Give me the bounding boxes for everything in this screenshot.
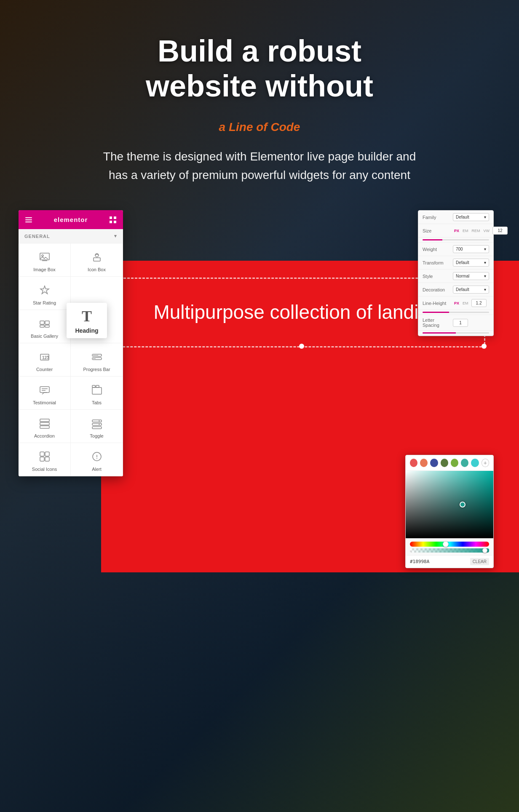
alert-icon xyxy=(89,449,104,464)
font-transform-select[interactable]: Default ▾ xyxy=(453,259,489,267)
swatch-navy[interactable] xyxy=(430,459,438,467)
font-transform-control[interactable]: Default ▾ xyxy=(453,259,489,267)
font-size-input[interactable]: 12 xyxy=(492,227,508,235)
widget-accordion[interactable]: Accordion xyxy=(19,410,71,443)
svg-rect-37 xyxy=(40,426,49,428)
hue-slider[interactable] xyxy=(410,542,489,547)
social-icons-icon xyxy=(37,449,52,464)
font-style-select[interactable]: Normal ▾ xyxy=(453,272,489,280)
widget-image-box[interactable]: Image Box xyxy=(19,243,71,277)
counter-icon: 123 xyxy=(37,349,52,364)
widget-icon-box-label: Icon Box xyxy=(88,267,106,272)
svg-rect-6 xyxy=(114,221,116,223)
svg-point-9 xyxy=(95,254,99,257)
svg-rect-13 xyxy=(45,321,49,324)
font-weight-label: Weight xyxy=(423,247,451,252)
widget-testimonial-label: Testimonial xyxy=(33,400,56,405)
unit-px[interactable]: PX xyxy=(453,228,460,233)
font-letterspacing-label: Letter Spacing xyxy=(423,318,451,328)
widget-toggle[interactable]: Toggle xyxy=(71,410,123,443)
font-letterspacing-slider-row[interactable] xyxy=(418,331,493,336)
font-size-slider[interactable] xyxy=(423,239,489,240)
unit-em-lh[interactable]: EM xyxy=(461,301,470,306)
image-box-icon xyxy=(37,249,52,264)
color-swatches: + xyxy=(406,455,493,471)
svg-point-49 xyxy=(96,458,97,459)
font-transform-row: Transform Default ▾ xyxy=(418,256,493,270)
letterspacing-slider[interactable] xyxy=(423,332,489,334)
panel-section-general[interactable]: GENERAL ▾ xyxy=(19,229,123,243)
widget-star-rating[interactable]: Star Rating xyxy=(19,277,71,310)
swatch-red[interactable] xyxy=(410,459,417,467)
hex-input[interactable]: #18998A xyxy=(410,559,468,564)
widget-social-icons-label: Social Icons xyxy=(32,467,57,472)
lineheight-units[interactable]: PX EM xyxy=(453,301,470,306)
font-size-slider-row[interactable] xyxy=(418,238,493,243)
swatch-orange[interactable] xyxy=(420,459,428,467)
heading-widget-popup[interactable]: T Heading xyxy=(67,303,107,338)
heading-widget-label: Heading xyxy=(75,327,98,334)
color-footer: #18998A CLEAR xyxy=(406,555,493,568)
alpha-slider[interactable] xyxy=(410,548,489,553)
svg-rect-3 xyxy=(110,216,112,219)
font-family-control[interactable]: Default ▾ xyxy=(453,213,489,221)
widget-alert-label: Alert xyxy=(92,467,102,472)
font-decoration-label: Decoration xyxy=(423,287,451,292)
unit-rem[interactable]: REM xyxy=(471,228,482,233)
unit-vw[interactable]: VW xyxy=(482,228,491,233)
font-weight-control[interactable]: 700 ▾ xyxy=(453,245,489,253)
svg-rect-0 xyxy=(25,217,32,218)
font-family-select[interactable]: Default ▾ xyxy=(453,213,489,221)
handle-bottom-middle[interactable] xyxy=(299,344,304,349)
widget-tabs[interactable]: Tabs xyxy=(71,377,123,410)
color-gradient-picker[interactable] xyxy=(406,471,493,538)
font-weight-select[interactable]: 700 ▾ xyxy=(453,245,489,253)
font-size-control: PX EM REM VW 12 xyxy=(453,227,508,235)
swatch-teal[interactable] xyxy=(461,459,468,467)
widget-testimonial[interactable]: Testimonial xyxy=(19,377,71,410)
unit-px-lh[interactable]: PX xyxy=(453,301,460,306)
add-swatch-button[interactable]: + xyxy=(482,459,489,467)
panel-grid-icon[interactable] xyxy=(110,216,116,223)
widget-toggle-label: Toggle xyxy=(90,433,103,438)
swatch-green[interactable] xyxy=(451,459,458,467)
font-family-row: Family Default ▾ xyxy=(418,211,493,224)
chevron-down-icon: ▾ xyxy=(484,247,486,251)
svg-rect-5 xyxy=(110,221,112,223)
hue-slider-thumb[interactable] xyxy=(443,541,449,547)
chevron-down-icon: ▾ xyxy=(484,287,486,292)
widget-icon-box[interactable]: Icon Box xyxy=(71,243,123,277)
handle-bottom-right[interactable] xyxy=(482,344,487,349)
page-content: Build a robust website without a Line of… xyxy=(0,0,519,572)
widget-progress-bar-label: Progress Bar xyxy=(83,367,110,372)
widget-progress-bar[interactable]: Progress Bar xyxy=(71,343,123,377)
font-lineheight-slider-row[interactable] xyxy=(418,310,493,315)
unit-em[interactable]: EM xyxy=(461,228,470,233)
font-lineheight-row: Line-Height PX EM 1.2 xyxy=(418,296,493,310)
lineheight-slider[interactable] xyxy=(423,312,489,313)
tabs-icon xyxy=(89,382,104,398)
panel-menu-icon[interactable] xyxy=(25,216,32,223)
font-style-control[interactable]: Normal ▾ xyxy=(453,272,489,280)
hero-description: The theme is designed with Elementor liv… xyxy=(95,147,424,185)
heading-T-icon: T xyxy=(82,309,92,324)
chevron-down-icon: ▾ xyxy=(484,260,486,265)
widget-basic-gallery[interactable]: Basic Gallery xyxy=(19,310,71,343)
panel-header: elementor xyxy=(19,210,123,229)
font-style-value: Normal xyxy=(456,274,469,278)
widget-social-icons[interactable]: Social Icons xyxy=(19,443,71,476)
swatch-cyan[interactable] xyxy=(471,459,479,467)
widget-counter-label: Counter xyxy=(36,367,53,372)
color-picker-handle[interactable] xyxy=(460,502,465,508)
swatch-darkgreen[interactable] xyxy=(441,459,448,467)
font-decoration-control[interactable]: Default ▾ xyxy=(453,286,489,294)
font-decoration-select[interactable]: Default ▾ xyxy=(453,286,489,294)
letterspacing-input[interactable]: 1 xyxy=(453,319,468,327)
svg-rect-38 xyxy=(92,420,102,422)
widget-alert[interactable]: Alert xyxy=(71,443,123,476)
clear-color-button[interactable]: CLEAR xyxy=(470,558,489,565)
widget-accordion-label: Accordion xyxy=(34,433,55,438)
widget-counter[interactable]: 123 Counter xyxy=(19,343,71,377)
size-units[interactable]: PX EM REM VW xyxy=(453,228,491,233)
lineheight-input[interactable]: 1.2 xyxy=(471,299,487,307)
